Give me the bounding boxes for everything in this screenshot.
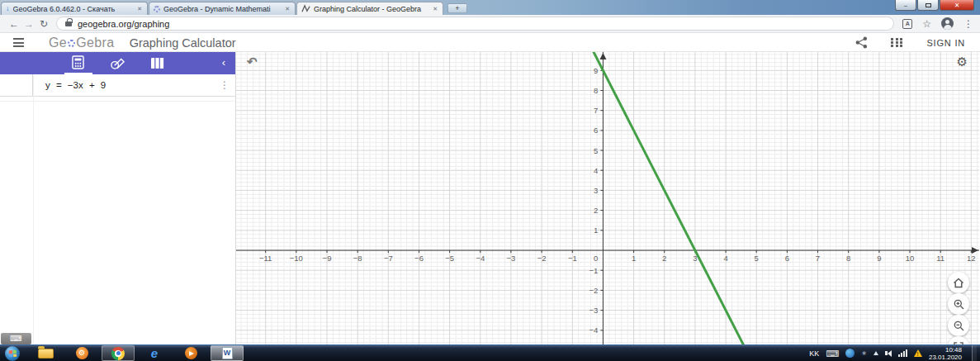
- tab-graphing-calculator[interactable]: Graphing Calculator - GeoGebra ✕: [296, 2, 443, 15]
- tab-geogebra-download[interactable]: ↓ GeoGebra 6.0.462.0 - Скачать ✕: [1, 2, 148, 15]
- svg-text:12: 12: [967, 254, 976, 263]
- svg-text:11: 11: [936, 254, 944, 263]
- row-gutter: [0, 74, 33, 96]
- sign-in-button[interactable]: SIGN IN: [926, 38, 965, 48]
- svg-text:4: 4: [594, 166, 598, 175]
- tray-keyboard-icon[interactable]: ⌨: [826, 349, 839, 358]
- next-row-hint[interactable]: [0, 97, 235, 102]
- collapse-panel-icon[interactable]: ‹: [222, 56, 225, 69]
- svg-text:3: 3: [594, 186, 598, 195]
- tab-close-icon[interactable]: ✕: [432, 6, 438, 12]
- windows-taskbar: ⚙ e W KK ⌨ ∗ 10:48 23.01.2020: [0, 344, 980, 361]
- equation-text[interactable]: y = −3x + 9: [33, 80, 214, 90]
- window-controls: – ✕: [894, 0, 974, 11]
- reload-icon[interactable]: ↻: [36, 18, 51, 30]
- bookmark-star-icon[interactable]: ☆: [922, 18, 931, 30]
- warning-icon[interactable]: [914, 349, 922, 357]
- tab-geogebra-home[interactable]: GeoGebra - Dynamic Mathemati ✕: [149, 2, 296, 15]
- geogebra-logo[interactable]: Ge Gebra: [49, 36, 115, 50]
- tab-table[interactable]: [144, 52, 172, 74]
- taskbar-word[interactable]: W: [211, 345, 244, 361]
- tray-misc-icon[interactable]: ∗: [861, 349, 867, 357]
- show-desktop-button[interactable]: [972, 345, 977, 361]
- home-button[interactable]: [948, 272, 969, 293]
- tools-icon: [110, 56, 125, 70]
- undo-icon[interactable]: ↶: [247, 55, 258, 69]
- tray-blue-app-icon[interactable]: [845, 349, 855, 358]
- back-icon[interactable]: ←: [7, 18, 21, 30]
- algebra-input-row[interactable]: y = −3x + 9 ⋮: [0, 74, 235, 97]
- svg-text:10: 10: [906, 254, 915, 263]
- svg-text:4: 4: [723, 254, 727, 263]
- tab-close-icon[interactable]: ✕: [284, 6, 291, 12]
- geogebra-logo-o-icon: [68, 40, 75, 47]
- svg-text:1: 1: [632, 254, 636, 263]
- graph-settings-gear-icon[interactable]: ⚙: [957, 55, 968, 69]
- svg-text:5: 5: [755, 254, 759, 263]
- address-bar[interactable]: geogebra.org/graphing: [56, 17, 894, 31]
- taskbar-chrome[interactable]: [102, 345, 135, 361]
- minimize-button[interactable]: –: [895, 0, 916, 11]
- zoom-in-icon: [954, 299, 964, 310]
- svg-text:−1: −1: [568, 254, 577, 263]
- internet-explorer-icon: e: [151, 346, 158, 360]
- zoom-out-button[interactable]: [948, 315, 969, 336]
- svg-text:7: 7: [816, 254, 820, 263]
- graph-view[interactable]: −11−10−9−8−7−6−5−4−3−2−11234567891011129…: [236, 52, 980, 344]
- clock[interactable]: 10:48 23.01.2020: [929, 346, 962, 361]
- lock-icon[interactable]: [65, 21, 72, 26]
- windows-flag-icon: [8, 349, 17, 357]
- geogebra-header: Ge Gebra Graphing Calculator SIGN IN: [0, 34, 980, 52]
- graph-canvas[interactable]: −11−10−9−8−7−6−5−4−3−2−11234567891011129…: [236, 52, 979, 344]
- svg-text:6: 6: [785, 254, 789, 263]
- row-menu-icon[interactable]: ⋮: [214, 79, 235, 91]
- tab-tools[interactable]: [104, 52, 132, 74]
- geogebra-icon: [154, 6, 160, 12]
- hamburger-menu-icon[interactable]: [13, 38, 24, 47]
- share-icon[interactable]: [855, 36, 868, 49]
- translate-icon[interactable]: A: [902, 19, 912, 29]
- tab-title: GeoGebra 6.0.462.0 - Скачать: [13, 5, 134, 13]
- geogebra-app: ‹ y = −3x + 9 ⋮ −11−10−9−8−7−6−5−4−3−2−1…: [0, 52, 980, 344]
- taskbar-media-player[interactable]: [174, 345, 207, 361]
- close-button[interactable]: ✕: [940, 0, 974, 11]
- volume-icon[interactable]: [885, 350, 892, 357]
- svg-text:−10: −10: [290, 254, 303, 263]
- svg-text:8: 8: [846, 254, 850, 263]
- maximize-button[interactable]: [917, 0, 939, 11]
- zoom-out-icon: [954, 321, 964, 331]
- svg-text:0: 0: [594, 254, 598, 263]
- taskbar-explorer[interactable]: [29, 345, 62, 361]
- svg-text:2: 2: [662, 254, 666, 263]
- url-text[interactable]: geogebra.org/graphing: [78, 19, 169, 29]
- logo-text-gebra: Gebra: [76, 36, 114, 50]
- browser-menu-icon[interactable]: ⋮: [963, 18, 973, 30]
- maximize-icon: [926, 3, 931, 7]
- virtual-keyboard-toggle[interactable]: ⌨: [1, 333, 31, 344]
- calculator-icon: [72, 55, 84, 69]
- svg-text:1: 1: [594, 226, 598, 235]
- svg-text:−1: −1: [589, 266, 599, 275]
- zoom-in-button[interactable]: [948, 293, 969, 315]
- download-icon: ↓: [6, 5, 10, 12]
- svg-text:−4: −4: [589, 325, 599, 335]
- table-icon: [150, 57, 164, 69]
- svg-text:−2: −2: [589, 286, 599, 295]
- taskbar-internet-explorer[interactable]: e: [138, 345, 171, 361]
- desktop: ↓ GeoGebra 6.0.462.0 - Скачать ✕ GeoGebr…: [0, 0, 980, 361]
- taskbar-orange-app[interactable]: ⚙: [65, 345, 98, 361]
- app-title: Graphing Calculator: [130, 36, 236, 50]
- forward-icon[interactable]: →: [21, 18, 36, 30]
- apps-grid-icon[interactable]: [891, 38, 903, 47]
- profile-avatar-icon[interactable]: [941, 17, 954, 30]
- svg-text:−3: −3: [506, 254, 515, 263]
- new-tab-button[interactable]: +: [447, 3, 467, 13]
- tray-expand-icon[interactable]: [873, 351, 878, 355]
- svg-text:2: 2: [594, 206, 598, 215]
- start-button[interactable]: [5, 346, 20, 361]
- tab-close-icon[interactable]: ✕: [136, 6, 143, 12]
- svg-text:9: 9: [594, 66, 598, 75]
- language-indicator[interactable]: KK: [809, 349, 819, 358]
- network-icon[interactable]: [898, 349, 907, 357]
- tab-algebra-input[interactable]: [64, 52, 92, 74]
